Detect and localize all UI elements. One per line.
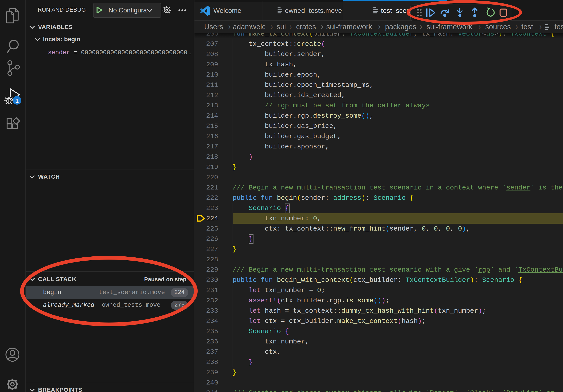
svg-text:1: 1 xyxy=(15,97,19,104)
